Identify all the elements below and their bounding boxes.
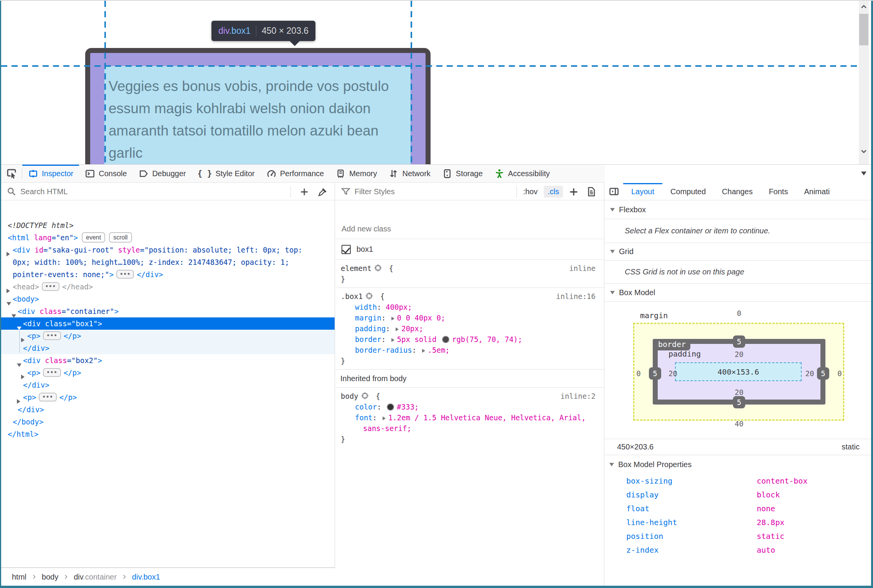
tab-performance[interactable]: Performance	[261, 165, 330, 182]
box-model-property-row[interactable]: displayblock	[605, 488, 871, 502]
markup-row[interactable]: <p>•••</p>	[1, 391, 335, 403]
margin-left-value[interactable]: 0	[636, 369, 640, 378]
grid-section-header[interactable]: Grid	[605, 243, 871, 261]
box-model-section-header[interactable]: Box Model	[605, 284, 871, 302]
scrollbar-thumb[interactable]	[859, 14, 868, 45]
shorthand-expander-icon[interactable]	[391, 338, 394, 342]
sidebar-tab-computed[interactable]: Computed	[662, 183, 714, 200]
box-model-content-region[interactable]: 400×153.6	[675, 362, 802, 381]
rule-selector[interactable]: element {	[335, 263, 604, 274]
breadcrumb-item[interactable]: html	[12, 573, 26, 581]
box-model-property-row[interactable]: positionstatic	[605, 529, 871, 543]
markup-row[interactable]: </div>	[1, 379, 335, 391]
markup-row[interactable]: <div class="box2">	[1, 354, 335, 367]
margin-top-value[interactable]: 0	[737, 309, 741, 317]
class-toggle-button[interactable]: .cls	[544, 186, 563, 198]
markup-row[interactable]: <!DOCTYPE html>	[1, 219, 335, 231]
eyedropper-icon[interactable]	[318, 187, 328, 197]
box-model-property-row[interactable]: floatnone	[605, 502, 871, 515]
markup-row[interactable]: <head>•••</head>	[1, 281, 335, 293]
markup-row[interactable]: pointer-events: none;">•••</div>	[1, 268, 335, 281]
markup-row[interactable]: <div id="saka-gui-root" style="position:…	[1, 244, 335, 256]
sidebar-tab-animati[interactable]: Animati	[796, 183, 838, 200]
pseudo-class-button[interactable]: :hov	[520, 186, 541, 198]
markup-row[interactable]: </html>	[1, 428, 335, 440]
tab-style-editor[interactable]: { }Style Editor	[192, 165, 261, 182]
tab-debugger[interactable]: Debugger	[133, 165, 192, 182]
padding-top-value[interactable]: 20	[735, 350, 744, 358]
css-declaration[interactable]: margin: 0 0 40px 0;	[335, 312, 604, 323]
sidebar-tab-changes[interactable]: Changes	[714, 183, 761, 200]
markup-row[interactable]: <html lang="en">eventscroll	[1, 231, 335, 244]
tab-memory[interactable]: Memory	[330, 165, 383, 182]
box-model-property-row[interactable]: z-indexauto	[605, 543, 871, 557]
border-bottom-value[interactable]: 5	[733, 396, 745, 408]
css-declaration[interactable]: border: 5px solid rgb(75, 70, 74);	[335, 334, 604, 345]
expand-inline-icon[interactable]: •••	[42, 282, 59, 291]
stylesheet-link[interactable]: inline:2	[560, 391, 596, 401]
expand-inline-icon[interactable]: •••	[39, 393, 56, 401]
padding-left-value[interactable]: 20	[668, 369, 677, 378]
expand-inline-icon[interactable]: •••	[43, 368, 61, 377]
add-new-class-input[interactable]: Add new class	[342, 225, 391, 233]
margin-bottom-value[interactable]: 40	[735, 420, 744, 428]
tab-accessibility[interactable]: Accessibility	[488, 165, 556, 182]
markup-row[interactable]: </div>	[1, 403, 335, 416]
event-badge[interactable]: event	[82, 232, 105, 243]
scroll-down-icon[interactable]	[859, 147, 868, 156]
box-model-properties-header[interactable]: Box Model Properties	[605, 455, 871, 474]
css-declaration[interactable]: padding: 20px;	[335, 323, 604, 334]
border-right-value[interactable]: 5	[817, 367, 829, 380]
stylesheet-link[interactable]: inline	[569, 263, 596, 274]
add-rule-icon[interactable]	[566, 187, 581, 197]
markup-row[interactable]: <p>•••</p>	[1, 330, 335, 342]
scroll-up-icon[interactable]	[859, 2, 868, 12]
markup-row[interactable]: <body>	[1, 293, 335, 305]
filter-styles-input[interactable]: Filter Styles	[355, 187, 394, 196]
scroll-badge[interactable]: scroll	[109, 232, 132, 243]
shorthand-expander-icon[interactable]	[396, 327, 399, 331]
node-picker-icon[interactable]	[1, 165, 22, 182]
border-left-value[interactable]: 5	[649, 367, 661, 380]
markup-search-bar[interactable]: Search HTML	[1, 183, 335, 200]
flexbox-section-header[interactable]: Flexbox	[605, 201, 871, 219]
tab-inspector[interactable]: Inspector	[22, 165, 79, 182]
padding-right-value[interactable]: 20	[805, 369, 814, 378]
shorthand-expander-icon[interactable]	[422, 349, 425, 353]
markup-row[interactable]: </body>	[1, 416, 335, 428]
css-declaration[interactable]: width: 400px;	[335, 302, 604, 312]
breadcrumb-item[interactable]: div.box1	[132, 573, 160, 581]
color-swatch[interactable]	[387, 403, 394, 411]
expand-inline-icon[interactable]: •••	[43, 331, 61, 340]
box-model-property-row[interactable]: box-sizingcontent-box	[605, 474, 871, 488]
page-scrollbar[interactable]	[859, 1, 869, 164]
tab-console[interactable]: Console	[79, 165, 132, 182]
border-top-value[interactable]: 5	[733, 335, 745, 348]
padding-bottom-value[interactable]: 20	[735, 388, 744, 396]
breadcrumb-item[interactable]: body	[42, 573, 58, 581]
breadcrumb-item[interactable]: div.container	[74, 573, 117, 581]
class-checkbox[interactable]	[342, 245, 351, 254]
print-media-icon[interactable]	[584, 187, 598, 197]
margin-right-value[interactable]: 0	[837, 369, 842, 378]
add-node-icon[interactable]	[299, 187, 309, 197]
all-tabs-dropdown-icon[interactable]	[861, 172, 866, 175]
markup-row[interactable]: 0px; width: 100%; height…100%; z-index: …	[1, 256, 335, 268]
markup-row[interactable]: <p>•••</p>	[1, 367, 335, 379]
color-swatch[interactable]	[442, 336, 449, 343]
expand-inline-icon[interactable]: •••	[116, 270, 134, 279]
sidebar-tab-layout[interactable]: Layout	[623, 183, 662, 200]
shorthand-expander-icon[interactable]	[383, 416, 386, 420]
css-declaration[interactable]: border-radius: .5em;	[335, 345, 604, 355]
stylesheet-link[interactable]: inline:16	[556, 291, 596, 302]
tab-network[interactable]: Network	[383, 165, 436, 182]
expand-sidebar-icon[interactable]	[605, 183, 623, 200]
markup-row-selected[interactable]: <div class="box1">	[1, 317, 335, 330]
css-declaration[interactable]: font: 1.2em / 1.5 Helvetica Neue, Helvet…	[335, 412, 604, 423]
markup-row[interactable]: <div class="container">	[1, 305, 335, 317]
sidebar-tab-fonts[interactable]: Fonts	[761, 183, 796, 200]
css-declaration[interactable]: color: #333;	[335, 401, 604, 412]
box-model-property-row[interactable]: line-height28.8px	[605, 515, 871, 529]
markup-row[interactable]: </div>	[1, 342, 335, 354]
search-input[interactable]: Search HTML	[20, 187, 68, 196]
